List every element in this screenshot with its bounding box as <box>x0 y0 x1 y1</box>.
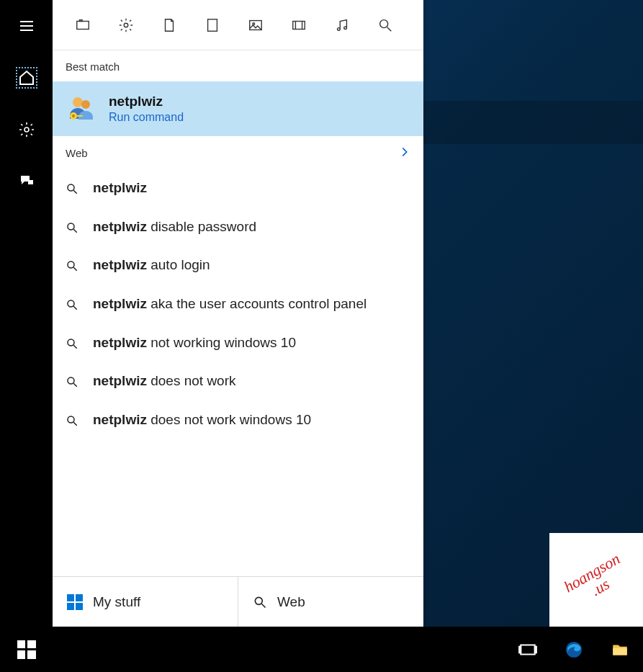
svg-line-25 <box>73 190 77 194</box>
svg-line-27 <box>73 229 77 233</box>
apps-filter-icon[interactable] <box>74 17 91 34</box>
svg-point-26 <box>68 223 74 230</box>
svg-point-22 <box>72 115 75 117</box>
svg-line-31 <box>73 306 77 310</box>
search-icon <box>66 297 80 316</box>
bottom-scope-tabs: My stuff Web <box>53 576 423 627</box>
music-filter-icon[interactable] <box>333 17 351 34</box>
desktop-window-shadow <box>423 101 643 144</box>
svg-point-34 <box>68 377 74 384</box>
hamburger-menu-button[interactable] <box>0 0 53 52</box>
web-suggestion-text: netplwiz <box>93 179 147 197</box>
svg-rect-23 <box>76 115 83 117</box>
filter-bar <box>53 0 423 50</box>
svg-line-37 <box>73 422 77 426</box>
svg-point-38 <box>255 597 262 604</box>
svg-point-36 <box>68 416 74 423</box>
taskbar <box>0 627 643 672</box>
web-heading-text: Web <box>66 147 88 159</box>
best-match-heading: Best match <box>53 50 423 81</box>
search-icon <box>66 259 80 277</box>
my-stuff-tab[interactable]: My stuff <box>53 577 238 627</box>
web-suggestion[interactable]: netplwiz disable password <box>53 209 423 248</box>
svg-point-19 <box>73 97 83 107</box>
task-view-button[interactable] <box>505 627 551 672</box>
web-suggestion[interactable]: netplwiz auto login <box>53 247 423 286</box>
svg-rect-41 <box>519 646 521 653</box>
svg-rect-7 <box>79 19 82 21</box>
svg-line-35 <box>73 383 77 387</box>
svg-point-17 <box>380 19 388 27</box>
svg-point-24 <box>68 184 74 191</box>
search-filter-icon[interactable] <box>377 17 394 34</box>
folders-filter-icon[interactable] <box>204 17 221 34</box>
search-icon <box>66 182 80 200</box>
web-suggestion[interactable]: netplwiz not working windows 10 <box>53 325 423 364</box>
windows-logo-icon <box>67 594 83 610</box>
web-suggestion[interactable]: netplwiz does not work <box>53 363 423 402</box>
windows-logo-icon <box>17 640 36 659</box>
svg-line-39 <box>262 604 266 607</box>
svg-rect-42 <box>535 646 536 653</box>
svg-point-28 <box>68 261 74 268</box>
web-suggestion[interactable]: netplwiz aka the user accounts control p… <box>53 286 423 325</box>
documents-filter-icon[interactable] <box>161 17 178 34</box>
web-tab-label: Web <box>277 594 305 610</box>
cortana-left-rail <box>0 0 53 672</box>
svg-rect-9 <box>208 19 217 31</box>
svg-rect-40 <box>521 645 535 654</box>
web-suggestion-text: netplwiz aka the user accounts control p… <box>93 295 367 313</box>
search-results-panel: Best match netplwiz Run command Web netp… <box>53 0 423 627</box>
web-suggestion-text: netplwiz does not work <box>93 372 236 390</box>
best-match-heading-text: Best match <box>66 61 120 73</box>
search-icon <box>66 375 80 393</box>
search-icon <box>66 220 80 239</box>
web-suggestion[interactable]: netplwiz <box>53 170 423 209</box>
svg-point-20 <box>81 100 90 109</box>
svg-point-16 <box>344 26 347 29</box>
search-icon <box>66 413 80 432</box>
svg-line-33 <box>73 345 77 349</box>
photos-filter-icon[interactable] <box>247 17 264 34</box>
svg-rect-44 <box>613 648 627 655</box>
svg-point-8 <box>124 23 128 27</box>
svg-line-18 <box>387 27 392 31</box>
svg-rect-6 <box>77 21 89 29</box>
edge-browser-button[interactable] <box>551 627 597 672</box>
best-match-result[interactable]: netplwiz Run command <box>53 81 423 136</box>
web-tab[interactable]: Web <box>238 577 423 627</box>
web-suggestion-text: netplwiz auto login <box>93 256 210 274</box>
svg-rect-12 <box>293 21 305 29</box>
svg-line-29 <box>73 268 77 272</box>
web-heading[interactable]: Web <box>53 136 423 169</box>
file-explorer-button[interactable] <box>597 627 643 672</box>
svg-point-3 <box>24 127 29 132</box>
web-suggestions-list: netplwiznetplwiz disable passwordnetplwi… <box>53 169 423 443</box>
settings-button[interactable] <box>0 104 53 156</box>
web-suggestion-text: netplwiz not working windows 10 <box>93 333 296 352</box>
best-match-title: netplwiz <box>109 94 184 109</box>
chevron-right-icon <box>399 146 410 160</box>
watermark: hoangson .us <box>549 533 643 627</box>
svg-point-32 <box>68 339 74 346</box>
my-stuff-label: My stuff <box>93 594 140 610</box>
videos-filter-icon[interactable] <box>290 17 307 34</box>
feedback-button[interactable] <box>0 156 53 207</box>
home-button[interactable] <box>0 52 53 104</box>
search-icon <box>66 336 80 355</box>
web-suggestion[interactable]: netplwiz does not work windows 10 <box>53 402 423 441</box>
settings-filter-icon[interactable] <box>117 17 135 34</box>
user-accounts-icon <box>66 93 97 125</box>
best-match-subtitle: Run command <box>109 111 184 124</box>
web-suggestion-text: netplwiz disable password <box>93 218 256 236</box>
web-suggestion-text: netplwiz does not work windows 10 <box>93 411 311 429</box>
svg-point-30 <box>68 300 74 307</box>
svg-rect-4 <box>28 180 33 184</box>
start-button[interactable] <box>0 627 53 672</box>
svg-point-15 <box>338 27 341 30</box>
